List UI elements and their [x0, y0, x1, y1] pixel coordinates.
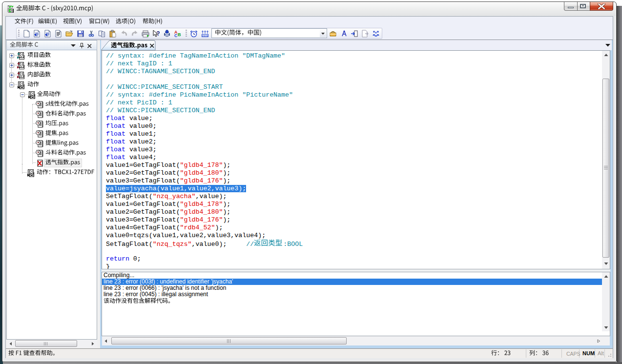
svg-text:C: C [174, 33, 178, 38]
svg-text:B: B [178, 32, 181, 37]
svg-text:?: ? [156, 30, 160, 37]
